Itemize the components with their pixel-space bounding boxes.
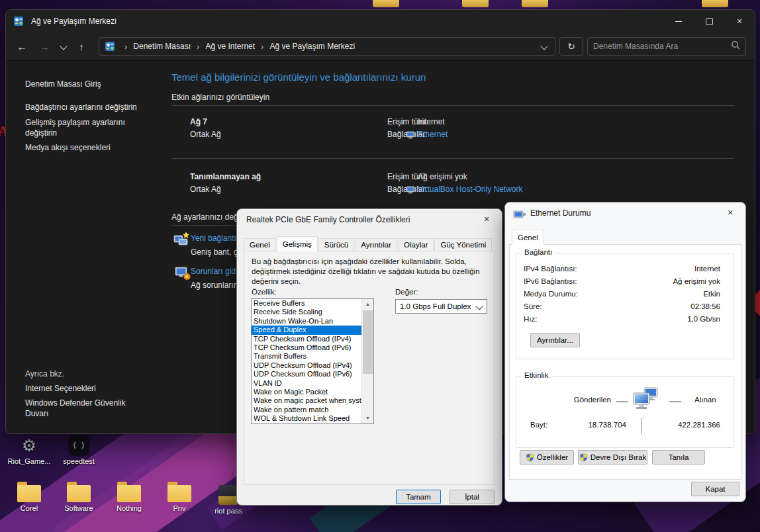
breadcrumb-dropdown-button[interactable] — [542, 44, 555, 49]
disable-button[interactable]: Devre Dışı Bırak — [578, 450, 647, 465]
listbox-item[interactable]: Receive Buffers — [252, 299, 363, 308]
maximize-button[interactable] — [694, 10, 724, 32]
close-dialog-button[interactable]: Kapat — [691, 482, 739, 496]
breadcrumb-item-network-internet[interactable]: Ağ ve Internet — [203, 42, 257, 51]
tab-olaylar[interactable]: Olaylar — [398, 238, 434, 251]
folder-icon[interactable] — [522, 0, 548, 7]
media-state-value: Etkin — [703, 290, 720, 298]
title-bar: Ağ ve Paylaşım Merkezi × — [6, 10, 755, 32]
desktop-icon-riot-game[interactable]: ⚙ Riot_Game... — [4, 435, 54, 466]
bytes-received-value: 422.281.366 — [662, 421, 720, 429]
dialog-title: Ethernet Durumu — [530, 208, 591, 218]
task-new-connection[interactable]: Yeni bağlantı — [191, 233, 236, 244]
activity-group-label: Etkinlik — [522, 371, 551, 379]
chevron-down-icon — [540, 42, 547, 50]
see-also-heading: Ayrıca bkz. — [25, 369, 64, 379]
task-troubleshoot[interactable]: Sorunları gide — [191, 266, 240, 277]
properties-listbox[interactable]: Receive Buffers Receive Side Scaling Shu… — [251, 298, 374, 424]
folder-icon[interactable] — [373, 0, 399, 7]
desktop-icon-label: Nothing — [117, 504, 142, 513]
tab-genel[interactable]: Genel — [512, 230, 544, 245]
computer-icon — [631, 386, 661, 414]
folder-icon[interactable] — [702, 0, 728, 7]
activity-group: Etkinlik — [516, 376, 734, 448]
listbox-scrollbar[interactable]: ▲ ▼ — [361, 299, 373, 423]
speedtest-icon — [69, 435, 89, 455]
uac-shield-icon — [526, 453, 534, 462]
desktop-icon-label: Corel — [21, 504, 38, 513]
listbox-item-selected[interactable]: Speed & Duplex — [252, 326, 363, 334]
breadcrumb-item-control-panel[interactable]: Denetim Masası — [131, 42, 193, 51]
tab-genel[interactable]: Genel — [244, 238, 276, 251]
connection-link-ethernet[interactable]: Ethernet — [418, 129, 448, 140]
listbox-item[interactable]: UDP Checksum Offload (IPv6) — [252, 370, 363, 378]
listbox-item[interactable]: Wake on pattern match — [252, 406, 363, 414]
search-box[interactable] — [587, 37, 746, 56]
details-button[interactable]: Ayrıntılar... — [530, 333, 580, 347]
listbox-item[interactable]: TCP Checksum Offload (IPv4) — [252, 335, 363, 343]
properties-label: Özellikler — [537, 453, 568, 461]
listbox-item[interactable]: Transmit Buffers — [252, 352, 363, 361]
sidebar-item-media-streaming[interactable]: Medya akışı seçenekleri — [25, 142, 111, 153]
ok-button[interactable]: Tamam — [396, 490, 441, 504]
folder-icon[interactable] — [462, 0, 489, 7]
sidebar-item-defender-firewall[interactable]: Windows Defender Güvenlik Duvarı — [25, 398, 151, 419]
desktop-icon-software[interactable]: Software — [54, 480, 104, 513]
control-panel-icon — [105, 41, 115, 52]
refresh-button[interactable]: ↻ — [559, 37, 583, 56]
active-networks-heading: Etkin ağlarınızı görüntüleyin — [171, 92, 269, 103]
scroll-thumb[interactable] — [363, 310, 373, 374]
tab-gelismis[interactable]: Gelişmiş — [277, 236, 318, 251]
up-button[interactable]: ↑ — [72, 32, 91, 60]
listbox-item[interactable]: Receive Side Scaling — [252, 308, 363, 316]
tab-surucu[interactable]: Sürücü — [318, 238, 354, 251]
property-label: Özellik: — [252, 288, 277, 296]
listbox-item[interactable]: WOL & Shutdown Link Speed — [252, 414, 363, 423]
listbox-item[interactable]: Shutdown Wake-On-Lan — [252, 317, 363, 326]
close-button[interactable]: × — [474, 210, 499, 228]
folder-icon — [17, 485, 41, 502]
search-input[interactable] — [588, 42, 731, 51]
sidebar-item-sharing-settings[interactable]: Gelişmiş paylaşım ayarlarını değiştirin — [25, 117, 148, 138]
desktop-icon-speedtest[interactable]: speedtest — [54, 435, 104, 466]
diagnose-button[interactable]: Tanıla — [652, 450, 705, 465]
breadcrumb-item-network-sharing[interactable]: Ağ ve Paylaşım Merkezi — [267, 42, 357, 51]
breadcrumb[interactable]: › Denetim Masası › Ağ ve Internet › Ağ v… — [99, 37, 555, 56]
close-button[interactable]: × — [724, 10, 755, 32]
folder-icon — [117, 485, 141, 502]
ipv6-label: IPv6 Bağlantısı: — [524, 277, 577, 285]
tab-guc-yonetimi[interactable]: Güç Yönetimi — [434, 238, 492, 251]
scroll-down-arrow[interactable]: ▼ — [362, 413, 373, 423]
connection-link-virtualbox[interactable]: VirtualBox Host-Only Network — [418, 184, 523, 195]
scroll-up-arrow[interactable]: ▲ — [362, 299, 373, 310]
close-icon: × — [484, 214, 489, 224]
received-label: Alınan — [694, 396, 716, 404]
sidebar-item-adapter-settings[interactable]: Bağdaştırıcı ayarlarını değiştirin — [25, 102, 137, 112]
cancel-button[interactable]: İptal — [450, 490, 495, 504]
properties-button[interactable]: Özellikler — [520, 450, 574, 465]
sidebar-item-home[interactable]: Denetim Masası Giriş — [25, 79, 101, 89]
listbox-item[interactable]: Wake on magic packet when syste — [252, 396, 363, 405]
sidebar-item-internet-options[interactable]: Internet Seçenekleri — [25, 383, 96, 394]
desktop-icon-corel[interactable]: Corel — [4, 480, 54, 513]
riot-pass-icon — [218, 485, 238, 505]
tab-ayrintilar[interactable]: Ayrıntılar — [355, 238, 397, 251]
forward-button[interactable]: → — [35, 32, 54, 60]
minimize-button[interactable] — [663, 10, 694, 32]
value-combobox[interactable]: 1.0 Gbps Full Duplex — [395, 299, 487, 314]
ipv4-label: IPv4 Bağlantısı: — [524, 265, 577, 273]
listbox-item[interactable]: VLAN ID — [252, 379, 363, 388]
breadcrumb-separator: › — [257, 42, 267, 52]
desktop-icon-nothing[interactable]: Nothing — [104, 480, 154, 513]
listbox-item[interactable]: Wake on Magic Packet — [252, 388, 363, 396]
chevron-down-icon — [60, 42, 67, 50]
history-chevron-button[interactable] — [56, 32, 71, 60]
search-icon — [731, 40, 740, 52]
ethernet-adapter-icon — [406, 185, 415, 197]
listbox-item[interactable]: UDP Checksum Offload (IPv4) — [252, 361, 363, 370]
task-troubleshoot-desc: Ağ sorunlarını — [191, 280, 240, 290]
back-button[interactable]: ← — [13, 32, 31, 60]
listbox-item[interactable]: TCP Checksum Offload (IPv6) — [252, 343, 363, 352]
close-button[interactable]: × — [718, 204, 743, 221]
desktop-icon-priv[interactable]: Priv — [154, 480, 205, 513]
